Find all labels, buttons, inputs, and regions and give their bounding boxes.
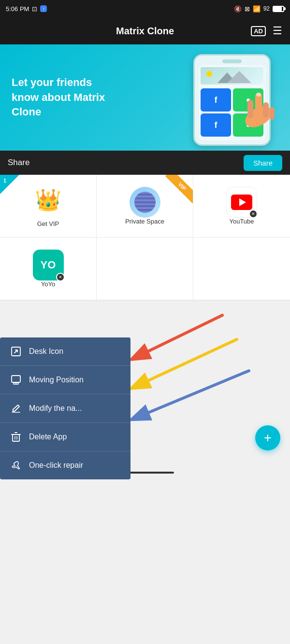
menu-item-modify-name[interactable]: Modify the na...	[0, 394, 130, 423]
move-icon	[10, 374, 22, 386]
share-label: Share	[8, 158, 29, 168]
mountains-icon	[213, 69, 251, 83]
banner-text: Let your friends know about Matrix Clone	[0, 66, 126, 129]
vip-icon: 👑	[33, 184, 64, 215]
desk-icon	[10, 345, 22, 358]
menu-item-desk-icon[interactable]: Desk Icon	[0, 337, 130, 366]
context-menu: Desk Icon Moving Position Modify the na	[0, 337, 130, 479]
svg-line-10	[133, 371, 249, 419]
menu-label-desk-icon: Desk Icon	[29, 347, 63, 356]
app-cell-private-space[interactable]: VIP Private Space	[97, 175, 193, 238]
page-title: Matrix Clone	[116, 26, 174, 37]
svg-point-7	[256, 93, 261, 97]
app-name-get-vip: Get VIP	[37, 220, 59, 227]
svg-rect-5	[263, 102, 269, 118]
ad-button[interactable]: AD	[251, 26, 266, 36]
header-icons: AD ☰	[251, 25, 282, 37]
vip-badge-label: VIP	[165, 175, 193, 203]
yoyo-text: YO	[41, 259, 56, 271]
number-badge: 1	[0, 175, 19, 194]
menu-item-one-click-repair[interactable]: One-click repair	[0, 451, 130, 479]
svg-rect-12	[12, 376, 20, 382]
svg-line-8	[133, 315, 222, 359]
app-cell-youtube[interactable]: ✕ YouTube	[193, 175, 290, 238]
fab-add-button[interactable]: +	[255, 425, 280, 450]
app-cell-empty-2	[193, 238, 290, 300]
time: 5:06 PM	[6, 5, 29, 13]
battery-icon	[273, 6, 284, 12]
mute-icon: 🔇	[234, 5, 242, 13]
app-grid-row1: 1 👑 Get VIP VIP Private Space ✕ YouTube	[0, 175, 290, 238]
menu-label-moving-position: Moving Position	[29, 376, 84, 384]
hand-icon	[222, 83, 280, 146]
svg-rect-4	[247, 100, 253, 118]
phone-notch	[222, 59, 242, 63]
menu-label-one-click-repair: One-click repair	[29, 461, 83, 470]
menu-item-delete-app[interactable]: Delete App	[0, 423, 130, 451]
yt-play-triangle	[239, 198, 246, 206]
edit-icon	[10, 402, 22, 415]
menu-label-delete-app: Delete App	[29, 433, 67, 441]
status-bar: 5:06 PM ⊡ ↑ 🔇 ⊠ 📶 92	[0, 0, 290, 17]
menu-label-modify-name: Modify the na...	[29, 404, 82, 413]
header: Matrix Clone AD ☰	[0, 17, 290, 44]
app-cell-empty-1	[97, 238, 193, 300]
repair-icon	[10, 459, 22, 472]
wifi-icon: 📶	[253, 5, 261, 13]
banner: Let your friends know about Matrix Clone…	[0, 44, 290, 151]
battery-level: 92	[263, 5, 270, 12]
menu-item-moving-position[interactable]: Moving Position	[0, 366, 130, 394]
private-avatar-inner	[134, 192, 156, 213]
app-name-youtube: YouTube	[229, 218, 254, 225]
share-button[interactable]: Share	[244, 155, 282, 171]
delete-icon	[10, 431, 22, 443]
private-space-icon	[130, 187, 160, 218]
yoyo-x-badge: ✕	[56, 273, 65, 281]
yoyo-icon: YO ✕	[33, 250, 64, 280]
svg-rect-16	[13, 434, 19, 441]
app-name-yoyo: YoYo	[41, 280, 55, 288]
app-grid-row2: YO ✕ YoYo	[0, 238, 290, 301]
status-left: 5:06 PM ⊡ ↑	[6, 5, 47, 13]
svg-line-9	[133, 339, 237, 388]
notification-icon: ⊡	[32, 5, 37, 13]
share-bar: Share Share	[0, 151, 290, 175]
youtube-icon: ✕	[226, 187, 257, 218]
crown-icon: 👑	[35, 187, 61, 212]
app-cell-yoyo[interactable]: YO ✕ YoYo	[0, 238, 97, 300]
yt-play-button	[231, 195, 252, 210]
vip-badge-container: VIP	[159, 175, 193, 209]
lower-section: Desk Icon Moving Position Modify the na	[0, 301, 290, 479]
menu-button[interactable]: ☰	[273, 25, 282, 37]
youtube-x-badge: ✕	[249, 210, 258, 218]
upload-icon: ↑	[40, 5, 47, 12]
app-cell-get-vip[interactable]: 1 👑 Get VIP	[0, 175, 97, 238]
app-name-private-space: Private Space	[125, 218, 164, 225]
status-right: 🔇 ⊠ 📶 92	[234, 5, 284, 13]
sun-dot	[206, 71, 212, 77]
svg-rect-6	[270, 107, 275, 120]
signal-icon: ⊠	[245, 5, 250, 13]
